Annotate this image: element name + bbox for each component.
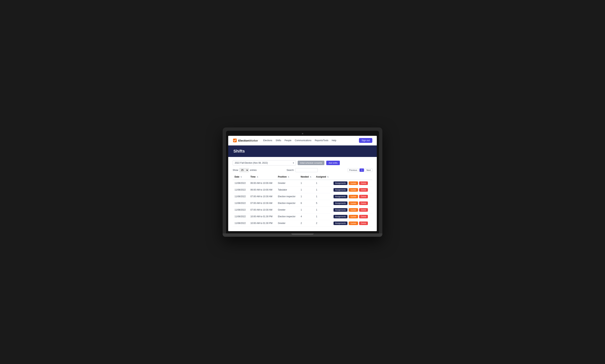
cell-time: 06:00 AM to 10:00 AM [248, 180, 276, 187]
delete-button[interactable]: Delete [359, 208, 368, 212]
shifts-table: Date ⇅ Time ⇅ Position ⇅ [233, 174, 372, 227]
delete-button[interactable]: Delete [359, 188, 368, 192]
delete-button[interactable]: Delete [359, 201, 368, 205]
cell-needed: 1 [299, 180, 314, 187]
update-button[interactable]: Update [349, 201, 358, 205]
pagination-area: Previous 1 Next [348, 168, 372, 172]
entries-select[interactable]: 25 10 50 100 [239, 168, 249, 172]
cell-position: Greeter [276, 207, 299, 213]
cell-date: 11/08/2022 [233, 180, 248, 187]
assignments-button[interactable]: Assignments [334, 201, 348, 205]
page-content: 2022 Fall Election (Nov 08, 2022) ▼ Init… [228, 157, 377, 231]
table-header-row: Date ⇅ Time ⇅ Position ⇅ [233, 174, 372, 180]
cell-time: 07:00 AM to 10:30 AM [248, 200, 276, 207]
assignments-button[interactable]: Assignments [334, 215, 348, 218]
assignments-button[interactable]: Assignments [334, 221, 348, 225]
nav-communications[interactable]: Communications [295, 139, 311, 142]
signout-button[interactable]: Sign out [359, 138, 372, 143]
update-button[interactable]: Update [349, 208, 358, 212]
delete-button[interactable]: Delete [359, 182, 368, 185]
cell-date: 11/08/2022 [233, 207, 248, 213]
update-button[interactable]: Update [349, 221, 358, 225]
cell-assigned: 1 [314, 180, 332, 187]
table-row: 11/08/2022 10:00 AM to 01:30 PM Greeter … [233, 220, 372, 227]
update-button[interactable]: Update [349, 182, 358, 185]
nav-people[interactable]: People [284, 139, 291, 142]
show-entries: Show 25 10 50 100 entries [233, 168, 257, 172]
initial-schedule-button[interactable]: Initial schedule complete [298, 161, 324, 165]
actions-cell: Assignments Update Delete [332, 180, 372, 187]
actions-cell: Assignments Update Delete [332, 193, 372, 200]
actions-cell: Assignments Update Delete [332, 220, 372, 227]
page-header: Shifts [228, 145, 377, 157]
assignments-button[interactable]: Assignments [334, 188, 348, 192]
nav-reports[interactable]: Reports/Tools [315, 139, 328, 142]
sort-time-icon: ⇅ [257, 176, 258, 178]
update-button[interactable]: Update [349, 188, 358, 192]
nav-elections[interactable]: Elections [263, 139, 272, 142]
assignments-button[interactable]: Assignments [334, 195, 348, 198]
table-row: 11/08/2022 07:00 AM to 10:30 AM Election… [233, 200, 372, 207]
cell-assigned: 1 [314, 186, 332, 193]
cell-position: Election inspector [276, 200, 299, 207]
table-controls: Show 25 10 50 100 entries Search: [233, 168, 372, 172]
actions-cell: Assignments Update Delete [332, 200, 372, 207]
search-input[interactable] [296, 168, 318, 172]
cell-assigned: 2 [314, 220, 332, 227]
actions-cell: Assignments Update Delete [332, 207, 372, 213]
cell-needed: 6 [299, 200, 314, 207]
table-row: 11/08/2022 07:00 AM to 10:30 AM Election… [233, 193, 372, 200]
add-shifts-button[interactable]: Add shifts [326, 161, 340, 165]
election-select-wrapper: 2022 Fall Election (Nov 08, 2022) ▼ [233, 160, 296, 166]
actions-cell: Assignments Update Delete [332, 213, 372, 220]
sort-assigned-icon: ⇅ [327, 176, 329, 178]
page-title: Shifts [233, 149, 372, 154]
col-time[interactable]: Time ⇅ [248, 174, 276, 180]
cell-position: Greeter [276, 180, 299, 187]
prev-button[interactable]: Previous [348, 168, 359, 172]
cell-position: Election inspector [276, 213, 299, 220]
cell-assigned: 1 [314, 207, 332, 213]
update-button[interactable]: Update [349, 215, 358, 218]
cell-assigned: 1 [314, 213, 332, 220]
cell-needed: 1 [299, 207, 314, 213]
update-button[interactable]: Update [349, 195, 358, 198]
col-actions [332, 174, 372, 180]
cell-needed: 2 [299, 220, 314, 227]
cell-date: 11/08/2022 [233, 186, 248, 193]
col-assigned[interactable]: Assigned ⇅ [314, 174, 332, 180]
cell-time: 07:00 AM to 10:30 AM [248, 193, 276, 200]
nav-help[interactable]: Help [332, 139, 336, 142]
delete-button[interactable]: Delete [359, 215, 368, 218]
cell-position: Greeter [276, 220, 299, 227]
cell-needed: 1 [299, 186, 314, 193]
delete-button[interactable]: Delete [359, 195, 368, 198]
assignments-button[interactable]: Assignments [334, 208, 348, 212]
actions-cell: Assignments Update Delete [332, 186, 372, 193]
nav-links: Elections Shifts People Communications R… [263, 139, 359, 142]
next-button[interactable]: Next [365, 168, 372, 172]
table-row: 11/08/2022 10:00 AM to 01:30 PM Election… [233, 213, 372, 220]
col-position[interactable]: Position ⇅ [276, 174, 299, 180]
assignments-button[interactable]: Assignments [334, 182, 348, 185]
table-row: 11/08/2022 07:00 AM to 10:30 AM Greeter … [233, 207, 372, 213]
cell-date: 11/08/2022 [233, 193, 248, 200]
cell-date: 11/08/2022 [233, 220, 248, 227]
sort-needed-icon: ⇅ [310, 176, 311, 178]
search-label: Search: [286, 169, 294, 171]
cell-time: 10:00 AM to 01:30 PM [248, 220, 276, 227]
cell-time: 10:00 AM to 01:30 PM [248, 213, 276, 220]
search-area: Search: [286, 168, 318, 172]
delete-button[interactable]: Delete [359, 221, 368, 225]
nav-shifts[interactable]: Shifts [276, 139, 281, 142]
col-date[interactable]: Date ⇅ [233, 174, 248, 180]
col-needed[interactable]: Needed ⇅ [299, 174, 314, 180]
table-row: 11/08/2022 06:00 AM to 10:00 AM Greeter … [233, 180, 372, 187]
cell-needed: 1 [299, 193, 314, 200]
cell-needed: 4 [299, 213, 314, 220]
cell-time: 07:00 AM to 10:30 AM [248, 207, 276, 213]
election-select[interactable]: 2022 Fall Election (Nov 08, 2022) [233, 160, 296, 166]
toolbar-row: 2022 Fall Election (Nov 08, 2022) ▼ Init… [233, 160, 372, 166]
page-1-button[interactable]: 1 [360, 169, 364, 172]
logo-text: ElectionWorker [238, 139, 258, 142]
